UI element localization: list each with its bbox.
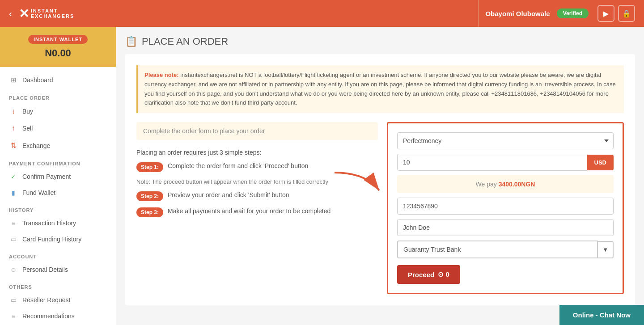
we-pay-box: We pay 3400.00NGN: [397, 175, 614, 193]
header-divider: [478, 0, 479, 27]
currency-label-button[interactable]: USD: [587, 155, 614, 170]
history-icon: ≡: [9, 219, 18, 227]
file-icon: ▭: [9, 236, 18, 243]
exchange-icon: ⇅: [9, 141, 18, 150]
notice-text: instantexchangers.net is NOT a football/…: [144, 72, 616, 106]
bank-select[interactable]: Guaranty Trust Bank Access Bank First Ba…: [397, 241, 598, 258]
bank-select-row: Guaranty Trust Bank Access Bank First Ba…: [397, 241, 614, 258]
sidebar-item-transaction-history[interactable]: ≡ Transaction History: [0, 215, 116, 231]
step3-text: Make all payments and wait for your orde…: [168, 207, 330, 215]
nav-section-account: ACCOUNT: [0, 249, 116, 262]
sidebar-nav: ⊞ Dashboard PLACE ORDER ↓ Buy ↑ Sell ⇅ E…: [0, 67, 116, 325]
step2-text: Preview your order and click 'Submit' bu…: [168, 191, 289, 198]
page-title-text: PLACE AN ORDER: [142, 36, 228, 47]
main-content: 📋 PLACE AN ORDER Please note: instantexc…: [116, 27, 644, 325]
sidebar-item-confirm-payment[interactable]: ✓ Confirm Payment: [0, 169, 116, 185]
steps-intro: Placing an order requires just 3 simple …: [136, 149, 378, 156]
step3-item: Step 3: Make all payments and wait for y…: [136, 207, 378, 217]
nav-section-payment: PAYMENT CONFIRMATION: [0, 156, 116, 169]
verified-badge: Verified: [557, 8, 589, 18]
notice-prefix: Please note:: [144, 72, 179, 78]
sidebar-item-label: Sell: [22, 125, 33, 132]
sidebar-item-fund-wallet[interactable]: ▮ Fund Wallet: [0, 185, 116, 201]
header-username: Obayomi Olubowale: [485, 10, 550, 17]
chat-now-button[interactable]: Online - Chat Now: [559, 305, 644, 325]
proceed-label: Proceed: [408, 271, 434, 279]
nav-section-history: HISTORY: [0, 203, 116, 215]
sidebar-item-label: Dashboard: [22, 76, 53, 84]
step2-badge: Step 2:: [136, 191, 163, 201]
page-title-icon: 📋: [125, 36, 137, 47]
step2-item: Step 2: Preview your order and click 'Su…: [136, 191, 378, 201]
sidebar-item-label: Recommendations: [22, 312, 75, 320]
person-icon: ☺: [9, 266, 18, 273]
arrow-up-icon: ↑: [9, 124, 18, 132]
sidebar-item-exchange[interactable]: ⇅ Exchange: [0, 137, 116, 154]
step1-badge: Step 1:: [136, 162, 163, 172]
page-title: 📋 PLACE AN ORDER: [125, 36, 635, 47]
proceed-button[interactable]: Proceed ⊙ 0: [397, 265, 460, 284]
nav-section-others: OTHERS: [0, 280, 116, 292]
android-icon-button[interactable]: ▶: [597, 5, 614, 22]
wallet-amount: N0.00: [7, 47, 109, 59]
amount-row: USD: [397, 154, 614, 171]
order-card: Please note: instantexchangers.net is NO…: [125, 54, 635, 305]
order-right-panel: Perfectmoney Bitcoin Ethereum USDT USD W…: [387, 122, 624, 294]
amount-input[interactable]: [397, 154, 587, 171]
sidebar-item-label: Card Funding History: [22, 236, 81, 243]
we-pay-amount: 3400.00NGN: [499, 181, 535, 188]
grid-icon: ⊞: [9, 76, 18, 84]
sidebar-item-label: Fund Wallet: [22, 189, 55, 196]
nav-section-place-order: PLACE ORDER: [0, 91, 116, 103]
sidebar-toggle[interactable]: ‹: [9, 8, 12, 19]
card-icon: ▮: [9, 189, 18, 196]
notice-box: Please note: instantexchangers.net is NO…: [136, 65, 624, 113]
header-icons: ▶ 🔒: [597, 5, 635, 22]
sidebar-item-recommendations[interactable]: ≡ Recommendations: [0, 308, 116, 324]
list-icon: ≡: [9, 312, 18, 320]
sidebar-item-label: Reseller Request: [22, 296, 70, 304]
sidebar-item-reseller-request[interactable]: ▭ Reseller Request: [0, 292, 116, 308]
account-number-input[interactable]: [397, 198, 614, 215]
step-note: Note: The proceed button will appear whe…: [136, 178, 378, 185]
logo: ✕ INSTANT EXCHANGERS: [19, 6, 75, 21]
sidebar-item-dashboard[interactable]: ⊞ Dashboard: [0, 72, 116, 89]
step1-text: Complete the order form and click 'Proce…: [168, 162, 308, 169]
step1-item: Step 1: Complete the order form and clic…: [136, 162, 378, 172]
sidebar: INSTANT WALLET N0.00 ⊞ Dashboard PLACE O…: [0, 27, 116, 325]
sidebar-item-sell[interactable]: ↑ Sell: [0, 120, 116, 137]
sidebar-item-label: Transaction History: [22, 219, 76, 227]
proceed-count: ⊙ 0: [438, 270, 449, 279]
sidebar-item-buy[interactable]: ↓ Buy: [0, 103, 116, 120]
sidebar-item-label: Buy: [22, 108, 33, 115]
sidebar-item-label: Confirm Payment: [22, 173, 71, 180]
order-body: Complete the order form to place your or…: [136, 122, 624, 294]
wallet-label: INSTANT WALLET: [28, 35, 88, 44]
currency-select[interactable]: Perfectmoney Bitcoin Ethereum USDT: [397, 132, 614, 149]
sidebar-item-label: Exchange: [22, 142, 50, 149]
logo-x-icon: ✕: [19, 6, 29, 21]
app-header: ‹ ✕ INSTANT EXCHANGERS Obayomi Olubowale…: [0, 0, 644, 27]
lock-icon-button[interactable]: 🔒: [618, 5, 635, 22]
sidebar-item-personal-details[interactable]: ☺ Personal Details: [0, 262, 116, 278]
we-pay-label: We pay: [476, 181, 497, 188]
check-icon: ✓: [9, 173, 18, 180]
arrow-down-icon: ↓: [9, 107, 18, 115]
order-left: Complete the order form to place your or…: [136, 122, 378, 294]
sidebar-item-label: Personal Details: [22, 266, 68, 273]
bank-select-arrow-icon[interactable]: ▼: [598, 241, 614, 258]
step3-badge: Step 3:: [136, 207, 163, 217]
yellow-note: Complete the order form to place your or…: [136, 122, 378, 140]
account-name-input[interactable]: [397, 219, 614, 236]
wallet-panel: INSTANT WALLET N0.00: [0, 27, 116, 67]
reseller-icon: ▭: [9, 296, 18, 304]
sidebar-item-card-funding-history[interactable]: ▭ Card Funding History: [0, 231, 116, 247]
logo-text: INSTANT EXCHANGERS: [31, 8, 75, 19]
